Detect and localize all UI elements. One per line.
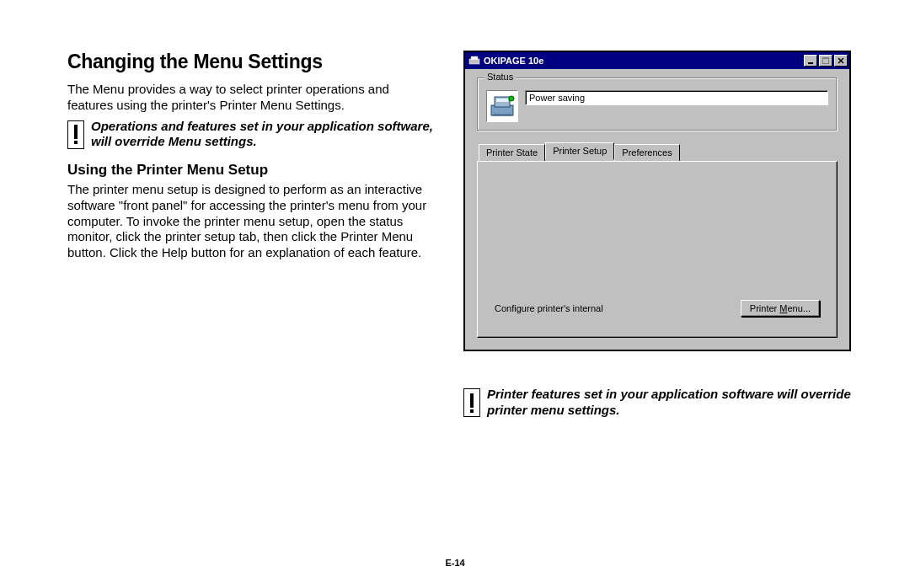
printer-status-icon (486, 90, 518, 122)
status-text-field: Power saving (525, 90, 828, 105)
svg-rect-10 (493, 114, 511, 116)
svg-rect-1 (471, 56, 478, 60)
note-1-text: Operations and features set in your appl… (91, 119, 438, 151)
exclaim-icon (463, 388, 480, 417)
exclaim-icon (67, 120, 84, 149)
titlebar[interactable]: OKIPAGE 10e (465, 52, 849, 69)
tab-bar: Printer State Printer Setup Preferences (479, 143, 838, 161)
tab-preferences[interactable]: Preferences (614, 144, 679, 162)
printer-menu-button[interactable]: Printer Menu... (741, 300, 820, 317)
close-button[interactable] (834, 55, 848, 67)
tab-panel: Configure printer's internal Printer Men… (477, 161, 838, 338)
body-paragraph-2: The printer menu setup is designed to pe… (67, 182, 438, 261)
svg-point-11 (509, 96, 514, 101)
svg-rect-9 (496, 99, 508, 102)
subheading: Using the Printer Menu Setup (67, 162, 438, 179)
status-groupbox: Status Power saving (477, 78, 838, 131)
panel-description: Configure printer's internal (495, 303, 603, 313)
intro-paragraph: The Menu provides a way to select printe… (67, 82, 438, 114)
tab-printer-setup[interactable]: Printer Setup (545, 142, 614, 160)
tab-printer-state[interactable]: Printer State (479, 144, 545, 162)
note-2: Printer features set in your application… (463, 387, 851, 419)
note-2-text: Printer features set in your application… (487, 387, 851, 419)
minimize-button[interactable] (804, 55, 817, 67)
svg-rect-4 (822, 57, 829, 59)
printer-app-icon (468, 56, 480, 66)
printer-status-window: OKIPAGE 10e Status (463, 51, 851, 351)
note-1: Operations and features set in your appl… (67, 119, 438, 151)
status-group-label: Status (484, 72, 516, 82)
page-heading: Changing the Menu Settings (67, 51, 438, 73)
window-title: OKIPAGE 10e (484, 56, 802, 66)
maximize-button[interactable] (819, 55, 832, 67)
svg-rect-2 (808, 62, 813, 64)
page-number: E-14 (0, 558, 910, 568)
